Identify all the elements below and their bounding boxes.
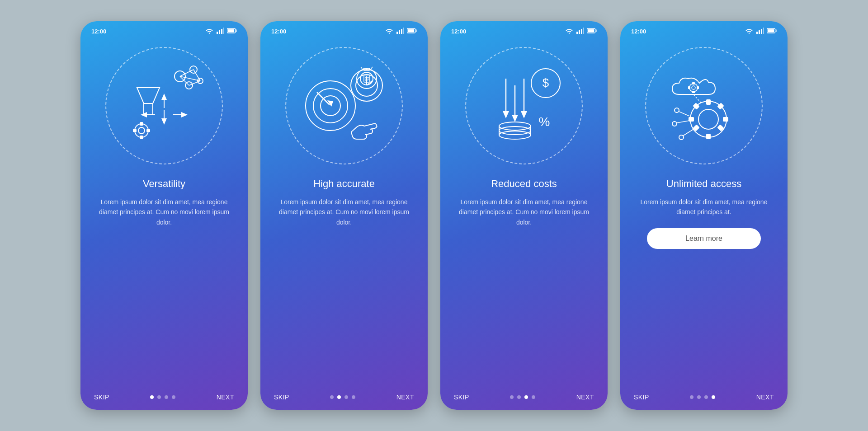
screens-container: 12:00 <box>80 21 788 410</box>
battery-icon-4 <box>767 28 777 35</box>
svg-rect-32 <box>399 30 400 34</box>
dot-3-3[interactable] <box>524 395 528 399</box>
screen-title-4: Unlimited access <box>666 178 741 190</box>
phone-screen-1: 12:00 <box>80 21 248 410</box>
status-icons-4 <box>745 28 777 35</box>
screen-title-2: High accurate <box>313 178 375 190</box>
status-bar-4: 12:00 <box>620 21 788 38</box>
dot-4-3[interactable] <box>704 395 708 399</box>
wifi-icon-2 <box>385 28 393 35</box>
next-button-4[interactable]: NEXT <box>756 394 774 401</box>
dot-1-4[interactable] <box>172 395 175 399</box>
illustration-4 <box>641 42 767 169</box>
screen-title-3: Reduced costs <box>491 178 557 190</box>
screen-title-1: Versatility <box>143 178 185 190</box>
illustration-1 <box>101 42 227 169</box>
svg-rect-78 <box>759 30 760 34</box>
screen-body-3: Lorem ipsum dolor sit dim amet, mea regi… <box>453 197 595 227</box>
dot-4-2[interactable] <box>697 395 701 399</box>
content-3: Reduced costs Lorem ipsum dolor sit dim … <box>440 169 608 385</box>
battery-icon-1 <box>227 28 237 35</box>
svg-rect-77 <box>756 32 758 34</box>
svg-rect-5 <box>228 29 234 33</box>
dot-2-2[interactable] <box>337 395 341 399</box>
content-2: High accurate Lorem ipsum dolor sit dim … <box>260 169 428 385</box>
dot-2-3[interactable] <box>344 395 348 399</box>
learn-more-button[interactable]: Learn more <box>647 228 760 249</box>
svg-rect-58 <box>583 28 584 34</box>
status-bar-2: 12:00 <box>260 21 428 38</box>
wifi-icon-3 <box>565 28 573 35</box>
dot-4-4[interactable] <box>712 395 715 399</box>
next-button-1[interactable]: NEXT <box>217 394 234 401</box>
content-1: Versatility Lorem ipsum dolor sit dim am… <box>80 169 248 385</box>
dot-4-1[interactable] <box>690 395 693 399</box>
nav-bar-4: SKIP NEXT <box>620 385 788 401</box>
dots-1 <box>150 395 175 399</box>
svg-rect-33 <box>401 29 402 34</box>
status-time-1: 12:00 <box>91 28 106 35</box>
illustration-2 <box>281 42 407 169</box>
skip-button-1[interactable]: SKIP <box>94 394 109 401</box>
dots-3 <box>510 395 535 399</box>
signal-icon-4 <box>756 28 764 35</box>
svg-rect-3 <box>223 28 224 34</box>
phone-screen-4: 12:00 <box>620 21 788 410</box>
dashed-circle-3 <box>465 47 583 164</box>
dot-1-3[interactable] <box>165 395 168 399</box>
dots-4 <box>690 395 715 399</box>
svg-rect-36 <box>408 29 414 33</box>
screen-body-1: Lorem ipsum dolor sit dim amet, mea regi… <box>93 197 235 227</box>
dot-1-2[interactable] <box>157 395 161 399</box>
phone-screen-3: 12:00 <box>440 21 608 410</box>
phone-screen-2: 12:00 <box>260 21 428 410</box>
nav-bar-3: SKIP NEXT <box>440 385 608 401</box>
signal-icon-2 <box>396 28 404 35</box>
svg-rect-1 <box>219 30 220 34</box>
dot-3-1[interactable] <box>510 395 514 399</box>
dot-2-4[interactable] <box>352 395 355 399</box>
signal-icon-1 <box>216 28 224 35</box>
svg-rect-34 <box>403 28 404 34</box>
svg-rect-31 <box>396 32 398 34</box>
svg-rect-57 <box>581 29 582 34</box>
illustration-3: $ % <box>461 42 587 169</box>
dots-2 <box>330 395 355 399</box>
dashed-circle-2 <box>285 47 403 164</box>
svg-rect-60 <box>588 29 594 33</box>
dot-3-4[interactable] <box>532 395 535 399</box>
status-bar-1: 12:00 <box>80 21 248 38</box>
status-time-4: 12:00 <box>631 28 646 35</box>
nav-bar-1: SKIP NEXT <box>80 385 248 401</box>
svg-rect-79 <box>761 29 762 34</box>
svg-rect-80 <box>763 28 764 34</box>
next-button-2[interactable]: NEXT <box>396 394 414 401</box>
screen-body-2: Lorem ipsum dolor sit dim amet, mea regi… <box>273 197 415 227</box>
battery-icon-2 <box>407 28 417 35</box>
dashed-circle-1 <box>105 47 223 164</box>
status-icons-2 <box>385 28 417 35</box>
status-time-2: 12:00 <box>271 28 286 35</box>
signal-icon-3 <box>576 28 584 35</box>
skip-button-3[interactable]: SKIP <box>454 394 469 401</box>
nav-bar-2: SKIP NEXT <box>260 385 428 401</box>
dot-2-1[interactable] <box>330 395 334 399</box>
svg-rect-55 <box>576 32 578 34</box>
dot-3-2[interactable] <box>517 395 521 399</box>
skip-button-2[interactable]: SKIP <box>274 394 289 401</box>
skip-button-4[interactable]: SKIP <box>634 394 649 401</box>
next-button-3[interactable]: NEXT <box>576 394 594 401</box>
wifi-icon-4 <box>745 28 753 35</box>
wifi-icon-1 <box>205 28 213 35</box>
svg-rect-0 <box>217 32 218 34</box>
screen-body-4: Lorem ipsum dolor sit dim amet, mea regi… <box>633 197 775 217</box>
dot-1-1[interactable] <box>150 395 154 399</box>
svg-rect-2 <box>221 29 222 34</box>
status-icons-1 <box>205 28 237 35</box>
content-4: Unlimited access Lorem ipsum dolor sit d… <box>620 169 788 385</box>
status-icons-3 <box>565 28 597 35</box>
svg-rect-82 <box>768 29 774 33</box>
status-time-3: 12:00 <box>451 28 466 35</box>
battery-icon-3 <box>587 28 597 35</box>
status-bar-3: 12:00 <box>440 21 608 38</box>
